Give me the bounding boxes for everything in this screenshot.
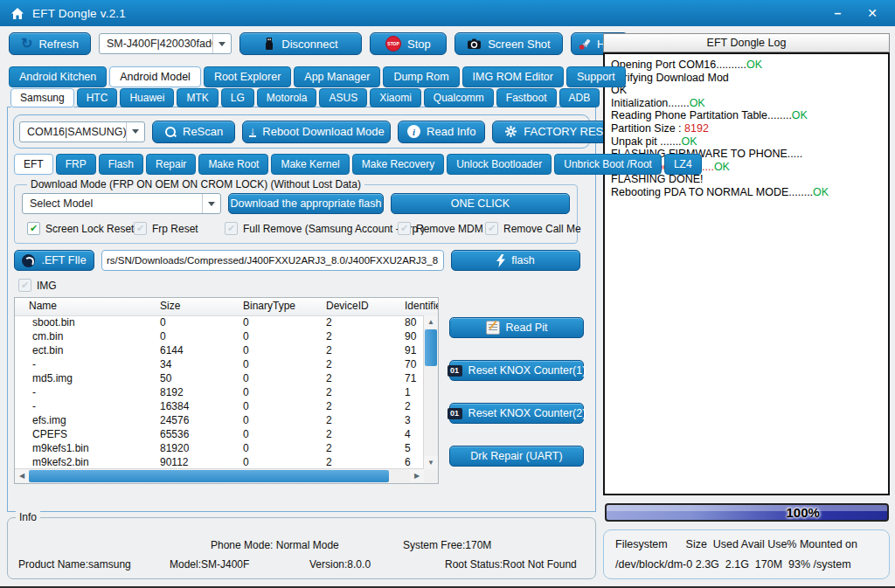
eft-file-button[interactable]: .EFT FIle bbox=[14, 250, 94, 271]
checkbox-screen-lock-reset[interactable]: ✔Screen Lock Reset bbox=[27, 222, 134, 235]
checkbox-remove-call-me[interactable]: ✔Remove Call Me bbox=[485, 222, 581, 235]
scroll-left-icon[interactable]: ◀ bbox=[15, 469, 29, 482]
table-row[interactable]: md5.img500271 bbox=[15, 371, 424, 385]
table-row[interactable]: sboot.bin00280 bbox=[15, 315, 424, 329]
drk-repair-button[interactable]: Drk Repair (UART) bbox=[449, 446, 584, 467]
img-checkbox[interactable]: ✔ IMG bbox=[18, 279, 57, 292]
checkbox-box: ✔ bbox=[225, 222, 238, 235]
table-row[interactable]: -16384022 bbox=[15, 399, 424, 413]
table-cell: 71 bbox=[391, 372, 424, 384]
read-pit-button[interactable]: Read Pit bbox=[449, 317, 584, 338]
table-row[interactable]: -8192021 bbox=[15, 385, 424, 399]
column-header-name[interactable]: Name bbox=[15, 298, 146, 315]
stop-icon: STOP bbox=[385, 36, 401, 52]
tab-lg[interactable]: LG bbox=[221, 88, 254, 107]
tab-lz4[interactable]: LZ4 bbox=[664, 154, 702, 175]
scroll-up-icon[interactable]: ▲ bbox=[424, 315, 438, 329]
scroll-right-icon[interactable]: ▶ bbox=[410, 469, 424, 482]
tab-asus[interactable]: ASUS bbox=[319, 88, 367, 107]
column-header-binarytype[interactable]: BinaryType bbox=[229, 298, 312, 315]
tab-motorola[interactable]: Motorola bbox=[257, 88, 317, 107]
one-click-button[interactable]: ONE CLICK bbox=[391, 193, 570, 214]
tab-flash[interactable]: Flash bbox=[99, 154, 143, 175]
checkbox-box: ✔ bbox=[27, 222, 40, 235]
firmware-path-input[interactable] bbox=[101, 250, 444, 271]
tab-root-explorer[interactable]: Root Explorer bbox=[204, 66, 291, 87]
tab-mtk[interactable]: MTK bbox=[177, 88, 218, 107]
reboot-download-mode-button[interactable]: ↓ Reboot Download Mode bbox=[242, 121, 391, 143]
minimize-button[interactable]: – bbox=[834, 7, 841, 19]
tab-make-kernel[interactable]: Make Kernel bbox=[271, 154, 349, 175]
screenshot-button[interactable]: Screen Shot bbox=[454, 32, 563, 55]
column-header-size[interactable]: Size bbox=[146, 298, 229, 315]
table-row[interactable]: -340270 bbox=[15, 357, 424, 371]
tab-img-rom-editor[interactable]: IMG ROM Editor bbox=[462, 66, 564, 87]
table-row[interactable]: m9kefs1.bin81920025 bbox=[15, 441, 424, 455]
tab-xiaomi[interactable]: Xiaomi bbox=[370, 88, 421, 107]
tab-repair[interactable]: Repair bbox=[146, 154, 196, 175]
tab-unbrick-boot-root[interactable]: Unbrick Boot /Root bbox=[554, 154, 662, 175]
tab-dump-rom[interactable]: Dump Rom bbox=[383, 66, 459, 87]
table-cell: 0 bbox=[229, 386, 312, 398]
column-header-identifie[interactable]: Identifie bbox=[391, 298, 438, 315]
tab-qualcomm[interactable]: Qualcomm bbox=[424, 88, 494, 107]
table-row[interactable]: efs.img24576023 bbox=[15, 413, 424, 427]
tab-unlock-bootloader[interactable]: Unlock Bootloader bbox=[447, 154, 552, 175]
table-cell: 0 bbox=[229, 400, 312, 412]
column-header-deviceid[interactable]: DeviceID bbox=[312, 298, 391, 315]
samsung-panel: COM16|SAMSUNG) ReScan ↓ Reboot Download … bbox=[7, 107, 596, 512]
table-row[interactable]: ect.bin61440291 bbox=[15, 343, 424, 357]
tab-fastboot[interactable]: Fastboot bbox=[496, 88, 557, 107]
download-mode-group: Download Mode (FRP ON OEM ON CROM LOCK) … bbox=[14, 184, 578, 244]
chevron-down-icon bbox=[202, 194, 220, 213]
root-status-label: Root Status:Root Not Found bbox=[445, 558, 577, 571]
reset-knox-counter2-button[interactable]: 01 Reset KNOX Counter(2) bbox=[449, 403, 584, 424]
vertical-scroll-thumb[interactable] bbox=[425, 329, 437, 366]
table-cell: m9kefs1.bin bbox=[15, 442, 146, 454]
horizontal-scroll-thumb[interactable] bbox=[29, 470, 389, 482]
table-row[interactable]: CPEFS65536024 bbox=[15, 427, 424, 441]
refresh-button[interactable]: ↻ Refresh bbox=[9, 32, 91, 55]
table-cell: sboot.bin bbox=[15, 316, 146, 329]
log-line: Opening Port COM16..........OK bbox=[611, 59, 882, 72]
tab-android-model[interactable]: Android Model bbox=[109, 66, 201, 87]
tab-app-manager[interactable]: App Manager bbox=[294, 66, 380, 87]
vertical-scrollbar[interactable]: ▲ ▼ bbox=[423, 315, 438, 469]
table-cell: 0 bbox=[229, 414, 312, 426]
table-row[interactable]: m9kefs2.bin90112026 bbox=[15, 455, 424, 469]
table-cell: 6 bbox=[391, 456, 424, 468]
device-combo[interactable]: SM-J400F|420030fad0a4 bbox=[99, 33, 232, 54]
scroll-down-icon[interactable]: ▼ bbox=[424, 456, 438, 469]
tab-samsung[interactable]: Samsung bbox=[10, 88, 74, 107]
flash-button[interactable]: flash bbox=[451, 250, 580, 271]
horizontal-scrollbar[interactable]: ◀ ▶ bbox=[15, 468, 424, 483]
rescan-button[interactable]: ReScan bbox=[152, 121, 235, 143]
read-info-button[interactable]: i Read Info bbox=[398, 121, 485, 143]
tab-android-kitchen[interactable]: Android Kitchen bbox=[9, 66, 107, 87]
tab-frp[interactable]: FRP bbox=[56, 154, 96, 175]
checkbox-frp-reset[interactable]: ✔Frp Reset bbox=[134, 222, 198, 235]
stop-button[interactable]: STOP Stop bbox=[370, 32, 447, 55]
com-port-combo[interactable]: COM16|SAMSUNG) bbox=[19, 121, 145, 142]
tab-adb[interactable]: ADB bbox=[559, 88, 600, 107]
tab-make-root[interactable]: Make Root bbox=[198, 154, 268, 175]
table-cell: 2 bbox=[312, 358, 391, 370]
table-cell: 50 bbox=[146, 372, 229, 384]
table-cell: m9kefs2.bin bbox=[15, 456, 146, 468]
checkbox-full-remove-samsung-account-frp[interactable]: ✔Full Remove (Samsung Account - Frp ) bbox=[225, 222, 424, 235]
checkbox-label: Remove Call Me bbox=[503, 223, 581, 235]
tab-make-recovery[interactable]: Make Recovery bbox=[352, 154, 444, 175]
close-button[interactable]: ✕ bbox=[867, 7, 878, 19]
tab-htc[interactable]: HTC bbox=[77, 88, 118, 107]
model-combo[interactable]: Select Model bbox=[22, 193, 221, 214]
tab-support[interactable]: Support bbox=[566, 66, 626, 87]
window-title: EFT Dongle v.2.1 bbox=[32, 7, 126, 20]
checkbox-remove-mdm[interactable]: ✔Remove MDM bbox=[398, 222, 483, 235]
disconnect-button[interactable]: Disconnect bbox=[239, 32, 362, 55]
download-flash-button[interactable]: Download the appropriate flash bbox=[228, 193, 384, 214]
table-row[interactable]: cm.bin00290 bbox=[15, 329, 424, 343]
table-cell: 0 bbox=[229, 344, 312, 356]
tab-huawei[interactable]: Huawei bbox=[120, 88, 174, 107]
reset-knox-counter1-button[interactable]: 01 Reset KNOX Counter(1) bbox=[449, 360, 584, 381]
tab-eft[interactable]: EFT bbox=[14, 154, 53, 175]
